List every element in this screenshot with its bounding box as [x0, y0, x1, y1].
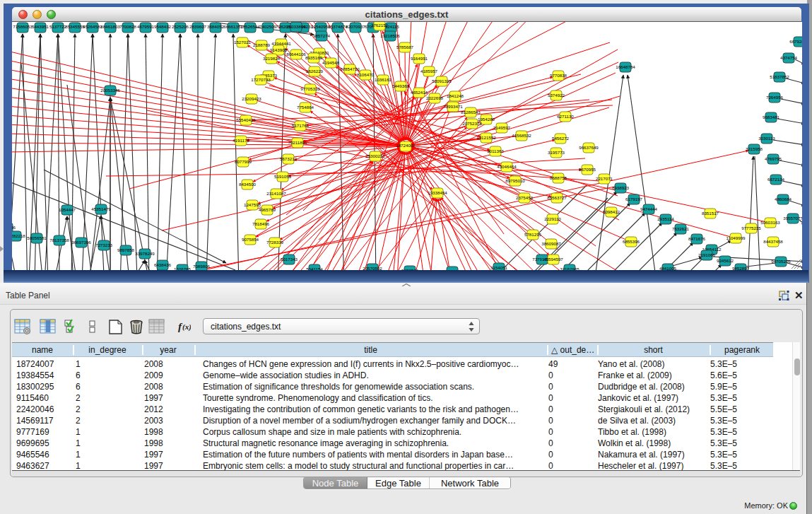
svg-text:9474444: 9474444 [640, 206, 658, 211]
svg-text:8938923: 8938923 [612, 185, 630, 190]
svg-text:8688755: 8688755 [550, 175, 567, 180]
svg-text:5456272: 5456272 [552, 136, 570, 141]
svg-text:8471676: 8471676 [688, 236, 706, 241]
svg-text:1247595: 1247595 [244, 202, 261, 207]
svg-text:8077999: 8077999 [235, 159, 252, 164]
svg-text:19338454: 19338454 [428, 190, 447, 195]
svg-text:18724007: 18724007 [396, 143, 416, 148]
svg-text:5171761: 5171761 [292, 123, 310, 128]
svg-text:9245612: 9245612 [717, 258, 734, 263]
svg-text:(x): (x) [182, 322, 191, 332]
svg-text:7818496: 7818496 [252, 221, 270, 226]
svg-text:9164991: 9164991 [411, 56, 428, 61]
svg-text:9770838: 9770838 [550, 73, 567, 78]
svg-text:86644106: 86644106 [286, 52, 306, 57]
svg-text:45264581: 45264581 [83, 24, 102, 29]
svg-text:17270733: 17270733 [251, 77, 271, 82]
svg-text:2217071: 2217071 [596, 176, 613, 181]
svg-text:38609087: 38609087 [541, 241, 561, 246]
svg-text:7754864: 7754864 [297, 105, 314, 110]
svg-text:4191175: 4191175 [233, 138, 249, 143]
svg-text:5673212: 5673212 [280, 156, 298, 161]
svg-text:5449368: 5449368 [392, 83, 410, 88]
svg-text:5137722: 5137722 [49, 24, 67, 29]
svg-text:2149597: 2149597 [493, 125, 511, 130]
svg-text:7700828: 7700828 [119, 24, 137, 29]
svg-text:20053346: 20053346 [100, 88, 120, 93]
svg-text:8106470: 8106470 [357, 72, 375, 77]
svg-text:9852897: 9852897 [732, 266, 750, 270]
svg-text:9075854: 9075854 [242, 237, 259, 242]
svg-text:2839607: 2839607 [189, 24, 207, 29]
svg-text:2935114: 2935114 [657, 216, 674, 221]
svg-text:3762152: 3762152 [371, 23, 389, 28]
svg-text:1036161: 1036161 [375, 77, 392, 82]
svg-text:9548432: 9548432 [154, 24, 172, 29]
svg-text:39557077: 39557077 [783, 216, 802, 221]
svg-text:9143903: 9143903 [270, 47, 288, 52]
svg-text:85345555: 85345555 [65, 24, 85, 29]
svg-text:6271130: 6271130 [557, 114, 574, 119]
svg-text:5191056: 5191056 [274, 174, 292, 179]
svg-text:2188789: 2188789 [253, 42, 271, 47]
svg-text:36697396: 36697396 [71, 240, 91, 245]
svg-text:23209423: 23209423 [242, 96, 261, 101]
svg-text:6438436: 6438436 [154, 262, 172, 267]
svg-text:7089806: 7089806 [193, 264, 211, 269]
svg-text:4679591: 4679591 [137, 24, 155, 29]
svg-text:3215958: 3215958 [746, 146, 763, 151]
svg-text:70211891: 70211891 [288, 140, 307, 145]
svg-text:4841005: 4841005 [659, 266, 677, 270]
svg-text:9857274: 9857274 [313, 33, 331, 38]
svg-text:16648784: 16648784 [616, 64, 635, 69]
svg-text:2525206: 2525206 [172, 24, 189, 29]
svg-text:4860684: 4860684 [775, 197, 792, 201]
svg-text:5781295: 5781295 [524, 232, 542, 237]
svg-text:16033809: 16033809 [286, 24, 306, 29]
svg-text:9897858: 9897858 [117, 247, 135, 252]
svg-text:32162965: 32162965 [560, 267, 579, 270]
svg-text:85563727: 85563727 [547, 195, 567, 200]
svg-text:8351517: 8351517 [702, 211, 719, 216]
svg-text:25300233: 25300233 [365, 153, 385, 158]
svg-text:3030113: 3030113 [758, 136, 775, 141]
svg-text:55540424: 55540424 [236, 117, 256, 122]
svg-text:3154051: 3154051 [490, 265, 508, 270]
svg-text:20570592: 20570592 [363, 266, 382, 270]
svg-text:45351479: 45351479 [91, 206, 111, 211]
svg-text:3684052: 3684052 [207, 24, 225, 29]
svg-text:7632621: 7632621 [672, 226, 690, 231]
svg-text:78137358: 78137358 [49, 238, 69, 243]
svg-text:8935169: 8935169 [305, 55, 323, 60]
svg-text:1326765: 1326765 [174, 267, 192, 270]
svg-text:4374754: 4374754 [780, 55, 798, 60]
svg-text:89795010: 89795010 [505, 178, 525, 183]
svg-text:19121552: 19121552 [476, 135, 496, 140]
svg-text:67854710: 67854710 [340, 66, 360, 71]
svg-text:5041154: 5041154 [306, 267, 323, 270]
svg-text:5374922: 5374922 [548, 93, 565, 98]
svg-text:82070937: 82070937 [346, 24, 365, 29]
svg-text:23141087: 23141087 [266, 191, 286, 196]
svg-text:50603163: 50603163 [760, 220, 780, 225]
svg-text:88461803: 88461803 [100, 24, 120, 29]
svg-text:9683481: 9683481 [763, 115, 780, 119]
svg-text:4194548: 4194548 [322, 60, 340, 65]
svg-text:5017343: 5017343 [281, 257, 298, 262]
svg-text:5098412: 5098412 [603, 209, 620, 214]
svg-text:73993471: 73993471 [443, 104, 463, 109]
svg-text:24282218: 24282218 [12, 233, 25, 238]
svg-text:50056581: 50056581 [27, 235, 47, 240]
svg-text:4652414: 4652414 [411, 90, 428, 95]
svg-text:94705205: 94705205 [771, 259, 791, 264]
svg-text:7728339: 7728339 [266, 240, 284, 245]
svg-text:5443951: 5443951 [32, 24, 49, 29]
svg-text:2191066: 2191066 [698, 252, 716, 257]
svg-text:4185957: 4185957 [420, 69, 438, 74]
svg-text:97705310: 97705310 [300, 86, 320, 91]
svg-text:9937326: 9937326 [444, 269, 461, 270]
svg-text:1841248: 1841248 [447, 93, 464, 98]
svg-text:11049999: 11049999 [726, 235, 746, 240]
svg-text:33978249: 33978249 [135, 251, 155, 256]
svg-text:2626229: 2626229 [306, 69, 324, 74]
